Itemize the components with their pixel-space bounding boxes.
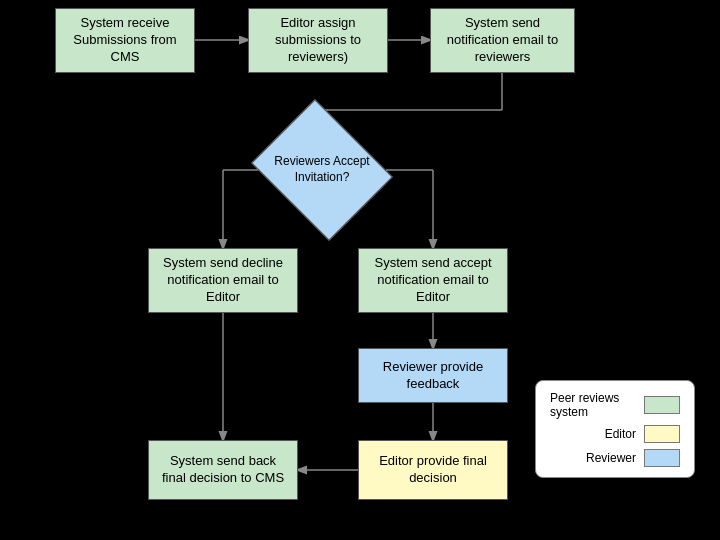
legend-swatch-system (644, 396, 680, 414)
legend-swatch-reviewer (644, 449, 680, 467)
accept-notification-box: System send accept notification email to… (358, 248, 508, 313)
reviewer-feedback-box: Reviewer provide feedback (358, 348, 508, 403)
legend-label-reviewer: Reviewer (586, 451, 636, 465)
legend-label-editor: Editor (605, 427, 636, 441)
legend-label-system: Peer reviews system (550, 391, 636, 419)
decision-diamond: Reviewers Accept Invitation? (258, 127, 386, 213)
diagram: System receive Submissions from CMS Edit… (0, 0, 720, 540)
decline-notification-box: System send decline notification email t… (148, 248, 298, 313)
legend: Peer reviews system Editor Reviewer (535, 380, 695, 478)
receive-submissions-box: System receive Submissions from CMS (55, 8, 195, 73)
final-decision-box: Editor provide final decision (358, 440, 508, 500)
back-to-cms-box: System send back final decision to CMS (148, 440, 298, 500)
legend-item-reviewer: Reviewer (550, 449, 680, 467)
notify-reviewers-box: System send notification email to review… (430, 8, 575, 73)
legend-item-system: Peer reviews system (550, 391, 680, 419)
legend-item-editor: Editor (550, 425, 680, 443)
assign-submissions-box: Editor assign submissions to reviewers) (248, 8, 388, 73)
legend-swatch-editor (644, 425, 680, 443)
